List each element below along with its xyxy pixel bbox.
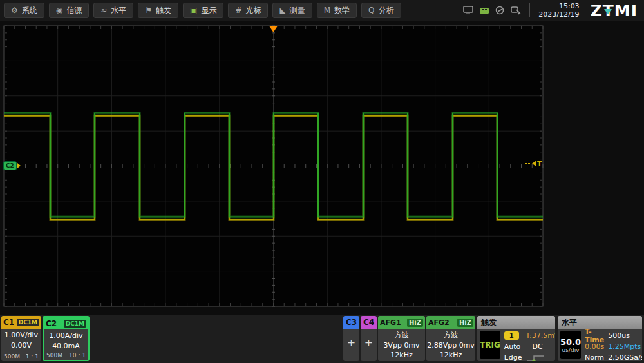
gear-icon: ⚙ bbox=[11, 6, 18, 14]
math-icon: M bbox=[324, 6, 330, 14]
afg2-label: AFG2 bbox=[428, 319, 450, 327]
c1-offset: 0.00V bbox=[1, 341, 41, 349]
menu-label-display: 显示 bbox=[201, 5, 216, 16]
cursor-icon: # bbox=[235, 6, 242, 14]
trigger-level-value: T:37.5mV bbox=[526, 331, 555, 340]
top-menu-bar: ⚙ 系统 ◉ 信源 ≈ 水平 ⚑ 触发 ▣ 显示 # 光标 ◣ 测量 M 数学 … bbox=[0, 0, 644, 21]
c3-label: C3 bbox=[346, 318, 357, 327]
logo-triangle-icon bbox=[604, 9, 612, 14]
menu-button-analyze[interactable]: Q 分析 bbox=[361, 3, 401, 18]
c4-label: C4 bbox=[363, 318, 374, 327]
c1-bandwidth: 500M bbox=[4, 353, 20, 360]
trigger-sweep-mode[interactable]: Auto bbox=[504, 342, 522, 351]
c2-scale: 1.00A/div bbox=[44, 331, 88, 340]
menu-button-cursor[interactable]: # 光标 bbox=[228, 3, 268, 18]
timebase-unit: us/div bbox=[562, 347, 580, 353]
c1-ground-marker-icon[interactable] bbox=[17, 163, 21, 168]
afg2-offset: 0mv bbox=[459, 341, 475, 349]
c2-coupling-badge: DC1M bbox=[64, 320, 86, 328]
channel-box-c2[interactable]: C2 DC1M 1.00A/div 40.0mA 500M 10 : 1 bbox=[43, 316, 90, 361]
usb-storage-icon[interactable] bbox=[479, 6, 489, 15]
afg1-label: AFG1 bbox=[380, 319, 401, 327]
afg2-frequency: 12kHz bbox=[426, 351, 475, 359]
menu-button-measure[interactable]: ◣ 测量 bbox=[272, 3, 312, 18]
logo-text: ZTMI bbox=[591, 1, 638, 20]
trigger-title: 触发 bbox=[477, 316, 555, 329]
c2-chip-label: C2 bbox=[3, 161, 17, 170]
c3-add-button[interactable]: + bbox=[343, 337, 359, 349]
c1-coupling-badge: DC1M bbox=[17, 319, 39, 326]
trigger-status-indicator[interactable]: TRIG bbox=[480, 331, 500, 359]
menu-label-math: 数学 bbox=[334, 5, 350, 16]
afg1-amplitude: 3Vpp bbox=[383, 341, 402, 349]
clock-time: 15:03 bbox=[538, 2, 579, 10]
c2-offset: 40.0mA bbox=[44, 342, 88, 350]
t-time-label: T-Time bbox=[585, 331, 604, 340]
c1-probe-ratio: 1 : 1 bbox=[26, 353, 39, 360]
afg2-box[interactable]: AFG2 HiZ 方波 2.88Vpp 0mv 12kHz bbox=[426, 316, 475, 361]
c1-label: C1 bbox=[3, 318, 14, 327]
menu-label-measure: 测量 bbox=[290, 5, 305, 16]
menu-button-display[interactable]: ▣ 显示 bbox=[183, 3, 223, 18]
trigger-box[interactable]: 触发 TRIG 1 Auto Edge T:37.5mV DC bbox=[477, 316, 555, 361]
trigger-source-badge[interactable]: 1 bbox=[504, 331, 519, 340]
svg-text:T: T bbox=[537, 160, 542, 168]
menu-label-system: 系统 bbox=[22, 5, 37, 16]
timebase-value: 50.0 bbox=[560, 337, 581, 347]
menu-label-source: 信源 bbox=[66, 5, 82, 16]
afg2-amplitude: 2.88Vpp bbox=[427, 341, 457, 349]
menu-button-system[interactable]: ⚙ 系统 bbox=[4, 3, 44, 18]
measure-icon: ◣ bbox=[279, 6, 285, 14]
flag-icon: ⚑ bbox=[145, 6, 152, 14]
graticule-and-traces[interactable]: T bbox=[0, 21, 554, 315]
sample-rate: 2.50GSa/s bbox=[608, 353, 642, 361]
menu-button-horizontal[interactable]: ≈ 水平 bbox=[93, 3, 133, 18]
c4-add-button[interactable]: + bbox=[361, 337, 377, 349]
divider bbox=[529, 3, 530, 17]
menu-button-source[interactable]: ◉ 信源 bbox=[49, 3, 89, 18]
menu-label-cursor: 光标 bbox=[245, 5, 261, 16]
clock: 15:03 2023/12/19 bbox=[538, 2, 579, 19]
channel-box-c4[interactable]: C4 + bbox=[361, 316, 377, 361]
afg1-impedance-badge: HiZ bbox=[407, 319, 423, 327]
c2-bandwidth: 500M bbox=[46, 352, 62, 358]
acquisition-mode[interactable]: Norm bbox=[585, 353, 604, 361]
rising-edge-icon[interactable] bbox=[526, 353, 555, 361]
trigger-type[interactable]: Edge bbox=[504, 353, 522, 361]
afg2-wave-type: 方波 bbox=[426, 330, 475, 340]
channel-box-c1[interactable]: C1 DC1M 1.00V/div 0.00V 500M 1 : 1 bbox=[1, 316, 41, 361]
channel-ground-marker-c2[interactable]: C2 bbox=[3, 161, 21, 170]
menu-button-trigger[interactable]: ⚑ 触发 bbox=[138, 3, 178, 18]
trigger-coupling[interactable]: DC bbox=[526, 342, 555, 351]
display-icon: ▣ bbox=[190, 6, 197, 14]
c1-scale: 1.00V/div bbox=[1, 331, 41, 339]
clock-date: 2023/12/19 bbox=[538, 10, 579, 19]
c2-label: C2 bbox=[46, 319, 57, 328]
menu-button-math[interactable]: M 数学 bbox=[317, 3, 357, 18]
horizontal-delay: 0.00s bbox=[585, 342, 604, 351]
afg1-offset: 0mv bbox=[404, 341, 419, 349]
waveform-icon: ≈ bbox=[100, 6, 107, 14]
channel-box-c3[interactable]: C3 + bbox=[343, 316, 359, 361]
memory-depth: 1.25Mpts bbox=[608, 342, 642, 351]
t-time-value: 500us bbox=[608, 331, 642, 340]
timebase-indicator[interactable]: 50.0 us/div bbox=[560, 331, 581, 359]
c2-probe-ratio: 10 : 1 bbox=[69, 352, 86, 358]
brand-logo: ZTMI bbox=[591, 3, 638, 19]
afg2-impedance-badge: HiZ bbox=[457, 319, 473, 327]
magnifier-icon: Q bbox=[368, 6, 374, 14]
source-icon: ◉ bbox=[56, 6, 62, 14]
status-bar: C1 DC1M 1.00V/div 0.00V 500M 1 : 1 C2 DC… bbox=[0, 315, 644, 363]
touch-icon[interactable] bbox=[511, 6, 521, 15]
monitor-icon[interactable] bbox=[463, 6, 473, 15]
scope-display[interactable]: T C2 bbox=[0, 21, 644, 315]
menu-label-horizontal: 水平 bbox=[111, 5, 126, 16]
trig-status-label: TRIG bbox=[480, 340, 500, 349]
menu-label-trigger: 触发 bbox=[156, 5, 171, 16]
afg1-frequency: 12kHz bbox=[378, 351, 425, 359]
network-icon[interactable] bbox=[495, 6, 505, 15]
horizontal-box[interactable]: 水平 50.0 us/div T-Time 0.00s Norm 500us 1… bbox=[558, 316, 642, 361]
afg1-box[interactable]: AFG1 HiZ 方波 3Vpp 0mv 12kHz bbox=[378, 316, 425, 361]
afg1-wave-type: 方波 bbox=[378, 330, 425, 340]
menu-label-analyze: 分析 bbox=[379, 5, 394, 16]
